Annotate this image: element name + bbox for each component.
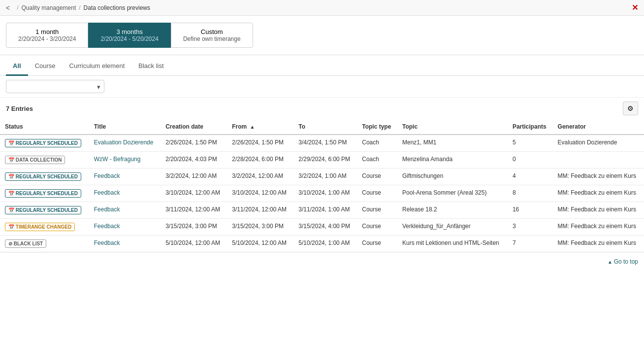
cell-topic: Pool-Arena Sommer (Areal 325) <box>397 185 508 202</box>
cell-title: Feedback <box>89 185 161 202</box>
filter-row <box>0 76 644 98</box>
cell-participants: 8 <box>508 185 553 202</box>
col-creation-date: Creation date <box>161 119 227 135</box>
cell-title: Evaluation Dozierende <box>89 135 161 152</box>
cell-participants: 3 <box>508 219 553 236</box>
tab-all[interactable]: All <box>6 57 28 76</box>
breadcrumb-current: Data collections previews <box>84 4 150 11</box>
entries-count: 7 Entries <box>6 105 33 112</box>
cell-topic-type: Course <box>357 202 397 219</box>
title-link[interactable]: Feedback <box>94 223 120 230</box>
cell-topic: Menzelina Amanda <box>397 152 508 169</box>
cell-topic-type: Course <box>357 169 397 185</box>
cell-creation-date: 3/2/2024, 12:00 AM <box>161 169 227 185</box>
cell-from: 3/2/2024, 12:00 AM <box>227 169 293 185</box>
cell-status: 📅 REGULARLY SCHEDULED <box>0 202 89 219</box>
col-status: Status <box>0 119 89 135</box>
timerange-1month-button[interactable]: 1 month 2/20/2024 - 3/20/2024 <box>6 23 88 48</box>
title-link[interactable]: Feedback <box>94 239 120 246</box>
col-title: Title <box>89 119 161 135</box>
table-row: 📅 REGULARLY SCHEDULED Feedback 3/2/2024,… <box>0 169 644 185</box>
filter-dropdown[interactable] <box>6 80 104 93</box>
title-link[interactable]: Feedback <box>94 172 120 179</box>
col-from[interactable]: From ▲ <box>227 119 293 135</box>
go-to-top-link[interactable]: Go to top <box>608 258 638 265</box>
status-badge: 📅 REGULARLY SCHEDULED <box>5 172 81 181</box>
cell-from: 3/10/2024, 12:00 AM <box>227 185 293 202</box>
cell-participants: 5 <box>508 135 553 152</box>
col-generator: Generator <box>553 119 644 135</box>
cell-title: Feedback <box>89 219 161 236</box>
cell-topic-type: Coach <box>357 135 397 152</box>
cell-to: 3/2/2024, 1:00 AM <box>293 169 357 185</box>
table-row: 📅 DATA COLLECTION WzW - Befragung 2/20/2… <box>0 152 644 169</box>
status-badge: 📅 DATA COLLECTION <box>5 156 65 164</box>
cell-to: 3/4/2024, 1:50 PM <box>293 135 357 152</box>
cell-from: 3/15/2024, 3:00 PM <box>227 219 293 236</box>
cell-topic: Giftmischungen <box>397 169 508 185</box>
cell-participants: 7 <box>508 236 553 252</box>
cell-title: Feedback <box>89 236 161 252</box>
cell-status: ⊘ BLACK LIST <box>0 236 89 252</box>
cell-status: 📅 TIMERANGE CHANGED <box>0 219 89 236</box>
title-link[interactable]: Evaluation Dozierende <box>94 139 154 146</box>
status-badge: 📅 REGULARLY SCHEDULED <box>5 139 81 147</box>
title-link[interactable]: WzW - Befragung <box>94 156 141 163</box>
cell-creation-date: 2/26/2024, 1:50 PM <box>161 135 227 152</box>
status-badge: 📅 REGULARLY SCHEDULED <box>5 206 81 214</box>
settings-button[interactable]: ⚙ <box>623 102 638 115</box>
cell-topic: Release 18.2 <box>397 202 508 219</box>
cell-title: WzW - Befragung <box>89 152 161 169</box>
timerange-3months-label: 3 months <box>100 28 158 35</box>
cell-participants: 4 <box>508 169 553 185</box>
breadcrumb-parent[interactable]: Quality management <box>22 4 76 11</box>
title-link[interactable]: Feedback <box>94 206 120 213</box>
timerange-custom-label: Custom <box>183 28 241 35</box>
cell-participants: 16 <box>508 202 553 219</box>
cell-from: 3/11/2024, 12:00 AM <box>227 202 293 219</box>
breadcrumb-separator2: / <box>79 4 80 11</box>
cell-topic-type: Course <box>357 185 397 202</box>
cell-topic: Verkleidung_für_Anfänger <box>397 219 508 236</box>
breadcrumb-separator: / <box>17 4 18 11</box>
sort-arrow-from: ▲ <box>250 124 255 130</box>
col-topic-type: Topic type <box>357 119 397 135</box>
cell-title: Feedback <box>89 169 161 185</box>
tab-course[interactable]: Course <box>28 57 63 76</box>
timerange-3months-dates: 2/20/2024 - 5/20/2024 <box>100 35 158 42</box>
timerange-custom-dates: Define own timerange <box>183 35 241 42</box>
tab-blacklist[interactable]: Black list <box>131 57 170 76</box>
footer: Go to top <box>0 252 644 270</box>
status-badge: 📅 TIMERANGE CHANGED <box>5 223 75 231</box>
close-button[interactable]: ✕ <box>632 3 638 12</box>
cell-topic: Menz1, MM1 <box>397 135 508 152</box>
table-row: 📅 TIMERANGE CHANGED Feedback 3/15/2024, … <box>0 219 644 236</box>
cell-generator: MM: Feedback zu einem Kurs <box>553 219 644 236</box>
cell-participants: 0 <box>508 152 553 169</box>
timerange-3months-button[interactable]: 3 months 2/20/2024 - 5/20/2024 <box>88 23 170 48</box>
cell-title: Feedback <box>89 202 161 219</box>
cell-to: 2/29/2024, 6:00 PM <box>293 152 357 169</box>
cell-topic-type: Course <box>357 236 397 252</box>
timerange-1month-dates: 2/20/2024 - 3/20/2024 <box>18 35 76 42</box>
cell-creation-date: 3/15/2024, 3:00 PM <box>161 219 227 236</box>
title-link[interactable]: Feedback <box>94 189 120 196</box>
cell-topic-type: Coach <box>357 152 397 169</box>
col-topic: Topic <box>397 119 508 135</box>
cell-status: 📅 REGULARLY SCHEDULED <box>0 169 89 185</box>
cell-to: 3/11/2024, 1:00 AM <box>293 202 357 219</box>
cell-status: 📅 REGULARLY SCHEDULED <box>0 185 89 202</box>
timerange-custom-button[interactable]: Custom Define own timerange <box>171 23 253 48</box>
cell-generator: MM: Feedback zu einem Kurs <box>553 236 644 252</box>
timerange-bar: 1 month 2/20/2024 - 3/20/2024 3 months 2… <box>0 16 644 55</box>
filter-dropdown-wrap <box>6 80 104 93</box>
tab-curriculum[interactable]: Curriculum element <box>63 57 132 76</box>
cell-status: 📅 DATA COLLECTION <box>0 152 89 169</box>
cell-topic: Kurs mit Lektionen und HTML-Seiten <box>397 236 508 252</box>
cell-creation-date: 5/10/2024, 12:00 AM <box>161 236 227 252</box>
cell-generator: MM: Feedback zu einem Kurs <box>553 185 644 202</box>
table-row: ⊘ BLACK LIST Feedback 5/10/2024, 12:00 A… <box>0 236 644 252</box>
col-to: To <box>293 119 357 135</box>
back-button[interactable]: < <box>6 4 10 12</box>
table-row: 📅 REGULARLY SCHEDULED Evaluation Doziere… <box>0 135 644 152</box>
